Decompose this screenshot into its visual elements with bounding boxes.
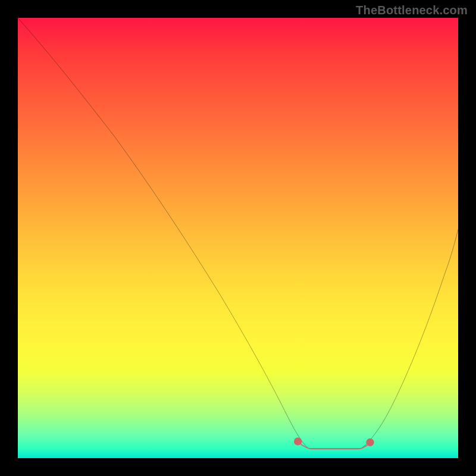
bottleneck-curve	[18, 18, 458, 449]
curve-svg	[18, 18, 458, 458]
flat-cap-left-icon	[294, 437, 302, 445]
plot-area	[18, 18, 458, 458]
optimal-flat-segment	[298, 441, 370, 449]
watermark-text: TheBottleneck.com	[356, 4, 468, 17]
flat-cap-right-icon	[366, 439, 374, 446]
chart-frame: TheBottleneck.com	[0, 0, 476, 476]
